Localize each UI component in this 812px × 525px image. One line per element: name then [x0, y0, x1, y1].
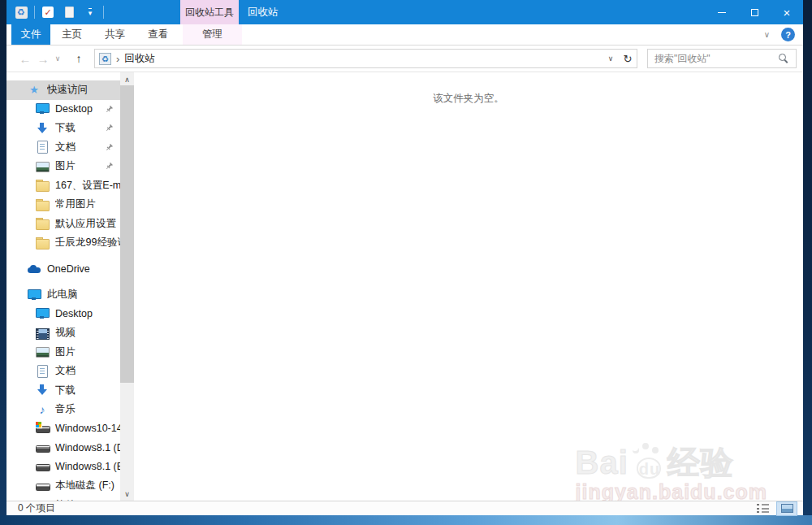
- sidebar-item-music[interactable]: ♪ 音乐: [6, 400, 120, 419]
- sidebar-item-folder-common-pics[interactable]: 常用图片: [6, 195, 120, 215]
- sidebar-item-quick-access[interactable]: ★ 快速访问: [6, 80, 120, 100]
- tab-file[interactable]: 文件: [11, 24, 50, 45]
- minimize-button[interactable]: [706, 0, 738, 24]
- videos-film-icon: [36, 327, 49, 340]
- address-dropdown-icon[interactable]: ∨: [603, 54, 619, 63]
- sidebar-item-drive-windows81-d[interactable]: Windows8.1 (D: [6, 438, 120, 458]
- drive-icon: [36, 441, 49, 454]
- search-box: [647, 49, 797, 68]
- sidebar-item-label: Windows8.1 (E: [55, 461, 120, 472]
- qat-properties-button[interactable]: ✓: [40, 4, 56, 20]
- scroll-down-icon[interactable]: ∨: [120, 487, 134, 501]
- sidebar-item-label: 音乐: [55, 402, 76, 416]
- sidebar-item-label: 默认应用设置: [55, 217, 116, 231]
- tab-view-label: 查看: [148, 28, 168, 41]
- sidebar-item-label: OneDrive: [47, 263, 90, 275]
- drive-icon: [36, 460, 49, 473]
- sidebar-item-drive-windows81-e[interactable]: Windows8.1 (E: [6, 458, 120, 477]
- sidebar-item-label: 167、设置E-ma: [55, 179, 120, 193]
- sidebar-item-folder-167[interactable]: 167、设置E-ma: [6, 176, 120, 196]
- customize-quick-access-arrow-icon: ▾: [89, 8, 93, 16]
- pin-icon: [105, 143, 114, 152]
- pin-icon: [105, 105, 114, 114]
- sidebar-item-drive-windows10[interactable]: Windows10-14: [6, 419, 120, 439]
- sidebar-item-downloads-pinned[interactable]: 下载: [6, 119, 120, 138]
- pictures-icon: [36, 160, 49, 173]
- collapse-ribbon-icon[interactable]: ∨: [764, 30, 770, 39]
- sidebar-item-label: 图片: [55, 345, 76, 359]
- sidebar-item-documents-pinned[interactable]: 文档: [6, 138, 120, 158]
- windows-drive-icon: [36, 422, 49, 435]
- sidebar-item-label: 壬辰龙99经验论: [55, 236, 120, 249]
- sidebar-item-pictures-pinned[interactable]: 图片: [6, 157, 120, 176]
- tab-share[interactable]: 共享: [93, 24, 136, 45]
- sidebar-item-drive-clipped[interactable]: 软件 (G:): [6, 496, 120, 501]
- folder-icon: [36, 217, 49, 230]
- music-note-icon: ♪: [36, 403, 49, 416]
- paw-toes-icon: [632, 445, 638, 451]
- file-list-area[interactable]: 该文件夹为空。 Bai du 经验 jingyan.baidu.com: [134, 72, 803, 501]
- back-button[interactable]: ←: [16, 52, 34, 66]
- view-toggle-group: [753, 502, 797, 515]
- breadcrumb-chevron-icon: ›: [116, 53, 119, 65]
- tab-home[interactable]: 主页: [50, 24, 93, 45]
- close-button[interactable]: ×: [771, 0, 803, 24]
- refresh-icon[interactable]: ↻: [619, 53, 637, 65]
- sidebar-item-this-pc[interactable]: 此电脑: [6, 285, 120, 305]
- address-bar[interactable]: ♻ › 回收站 ∨ ↻: [94, 49, 637, 68]
- up-button[interactable]: ↑: [70, 52, 88, 65]
- contextual-tab-recycle-bin-tools[interactable]: 回收站工具: [180, 0, 239, 24]
- scrollbar-thumb[interactable]: [120, 85, 134, 383]
- computer-icon: [28, 289, 41, 302]
- sidebar-item-label: Windows10-14: [55, 423, 120, 434]
- details-view-button[interactable]: [753, 502, 772, 515]
- maximize-button[interactable]: [738, 0, 771, 24]
- sidebar-item-label: 视频: [55, 326, 76, 340]
- monitor-icon: [36, 102, 49, 115]
- sidebar-item-onedrive[interactable]: OneDrive: [6, 260, 120, 280]
- qat-separator: [34, 6, 35, 19]
- drive-icon: [36, 498, 49, 501]
- sidebar-item-pictures[interactable]: 图片: [6, 343, 120, 362]
- qat-new-folder-button[interactable]: [61, 4, 77, 20]
- download-arrow-icon: [36, 384, 49, 397]
- status-bar: 0 个项目: [6, 501, 803, 515]
- empty-folder-message: 该文件夹为空。: [134, 92, 803, 106]
- scroll-up-icon[interactable]: ∧: [120, 72, 134, 86]
- qat-customize-button[interactable]: ▾: [82, 4, 98, 20]
- qat-separator: [103, 6, 104, 19]
- new-file-icon: [65, 7, 74, 18]
- folder-icon: [36, 236, 49, 249]
- tab-manage[interactable]: 管理: [183, 24, 242, 45]
- quick-access-toolbar: ♻ ✓ ▾: [6, 4, 104, 20]
- sidebar-item-folder-default-apps[interactable]: 默认应用设置: [6, 215, 120, 234]
- sidebar-item-drive-f[interactable]: 本地磁盘 (F:): [6, 476, 120, 496]
- monitor-icon: [36, 307, 49, 320]
- recycle-bin-window-icon[interactable]: ♻: [13, 4, 29, 20]
- onedrive-cloud-icon: [28, 262, 41, 276]
- item-count: 0 个项目: [18, 501, 55, 515]
- checkmark-icon: ✓: [42, 7, 54, 18]
- recent-locations-dropdown-icon[interactable]: ∨: [52, 54, 63, 63]
- sidebar-item-label: 本地磁盘 (F:): [55, 479, 114, 492]
- sidebar-item-desktop-pinned[interactable]: Desktop: [6, 100, 120, 119]
- sidebar-scrollbar[interactable]: ∧ ∨: [120, 72, 134, 501]
- sidebar-item-desktop[interactable]: Desktop: [6, 305, 120, 324]
- tab-home-label: 主页: [62, 28, 82, 41]
- breadcrumb[interactable]: 回收站: [124, 52, 155, 66]
- tab-view[interactable]: 查看: [136, 24, 179, 45]
- thumbnail-view-button[interactable]: [777, 502, 797, 515]
- search-input[interactable]: [654, 53, 779, 64]
- sidebar-item-downloads[interactable]: 下载: [6, 381, 120, 401]
- sidebar-item-label: 常用图片: [55, 197, 96, 211]
- search-icon[interactable]: [779, 54, 789, 64]
- sidebar-item-label: 此电脑: [47, 288, 78, 302]
- sidebar-item-folder-renchenlong[interactable]: 壬辰龙99经验论: [6, 233, 120, 253]
- sidebar-item-label: 文档: [55, 141, 76, 154]
- forward-button[interactable]: →: [34, 52, 52, 66]
- download-arrow-icon: [36, 122, 49, 135]
- sidebar-item-videos[interactable]: 视频: [6, 323, 120, 343]
- recycle-bin-icon: ♻: [15, 7, 28, 19]
- sidebar-item-documents[interactable]: 文档: [6, 362, 120, 381]
- help-button[interactable]: ?: [781, 28, 795, 41]
